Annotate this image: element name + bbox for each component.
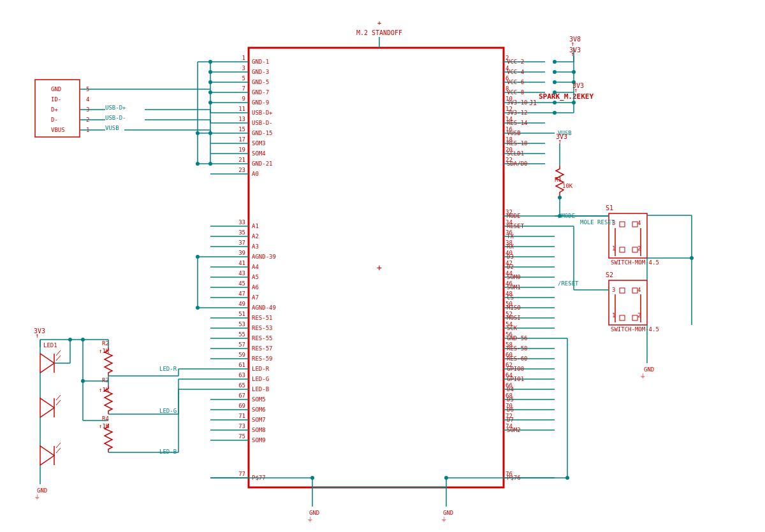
svg-text:SWITCH-MOM-4.5: SWITCH-MOM-4.5: [611, 259, 659, 266]
svg-point-388: [553, 90, 557, 94]
svg-text:GND: GND: [51, 86, 61, 92]
svg-text:39: 39: [238, 250, 245, 256]
svg-text:USB-D+: USB-D+: [252, 110, 273, 116]
svg-text:LED-R: LED-R: [252, 366, 270, 372]
svg-text:4: 4: [638, 220, 641, 226]
svg-point-357: [68, 338, 72, 341]
svg-text:SOM9: SOM9: [252, 437, 266, 443]
svg-text:73: 73: [238, 423, 245, 429]
svg-text:53: 53: [238, 321, 245, 327]
svg-text:36: 36: [506, 229, 513, 236]
svg-text:22: 22: [506, 157, 513, 163]
svg-point-370: [444, 476, 448, 480]
svg-point-386: [553, 70, 557, 74]
svg-text:A4: A4: [252, 264, 259, 270]
svg-text:S1: S1: [606, 205, 613, 212]
svg-text:7: 7: [242, 85, 245, 92]
svg-text:18: 18: [506, 136, 513, 143]
svg-text:46: 46: [506, 280, 513, 287]
svg-text:66: 66: [506, 382, 513, 389]
svg-text:⏚: ⏚: [442, 515, 446, 523]
svg-text:RES-55: RES-55: [252, 335, 273, 341]
svg-point-307: [690, 256, 694, 260]
svg-text:75: 75: [238, 433, 245, 440]
svg-text:GND-21: GND-21: [252, 161, 273, 167]
svg-text:49: 49: [238, 301, 245, 307]
svg-text:⏚: ⏚: [35, 492, 40, 501]
svg-text:4: 4: [506, 65, 509, 71]
svg-text:SOM7: SOM7: [252, 417, 266, 423]
svg-text:56: 56: [506, 331, 513, 338]
svg-text:AGND-49: AGND-49: [252, 305, 276, 311]
svg-text:A5: A5: [252, 274, 259, 280]
svg-point-387: [553, 80, 557, 84]
svg-text:5: 5: [242, 75, 245, 82]
svg-text:19: 19: [238, 147, 245, 153]
svg-rect-267: [620, 222, 625, 227]
svg-text:LED-R: LED-R: [159, 366, 177, 372]
svg-text:1: 1: [242, 55, 245, 61]
svg-point-377: [196, 162, 200, 166]
svg-text:GND-3: GND-3: [252, 69, 269, 75]
svg-text:59: 59: [238, 352, 245, 358]
svg-text:S2: S2: [606, 271, 613, 278]
svg-text:21: 21: [238, 157, 245, 163]
svg-point-354: [81, 379, 85, 383]
svg-point-255: [572, 101, 576, 104]
svg-text:57: 57: [238, 341, 245, 348]
svg-text:3V3: 3V3: [569, 47, 581, 54]
svg-point-367: [310, 476, 314, 480]
svg-text:3V3: 3V3: [34, 327, 45, 334]
svg-text:62: 62: [506, 362, 513, 368]
svg-text:3: 3: [242, 65, 245, 71]
svg-text:3V3: 3V3: [572, 82, 584, 89]
svg-text:23: 23: [238, 167, 245, 173]
svg-rect-292: [620, 315, 625, 320]
svg-text:ID-: ID-: [51, 96, 61, 103]
svg-text:51: 51: [238, 311, 245, 317]
svg-text:54: 54: [506, 321, 513, 327]
svg-text:52: 52: [506, 311, 513, 317]
standoff-text: M.2 STANDOFF: [356, 29, 402, 36]
svg-text:20: 20: [506, 147, 513, 153]
svg-point-380: [196, 306, 200, 310]
svg-text:/RESET: /RESET: [558, 280, 579, 287]
svg-text:R2: R2: [102, 340, 109, 347]
svg-text:LED-B: LED-B: [252, 386, 269, 392]
svg-point-390: [553, 111, 557, 115]
svg-text:SOM6: SOM6: [252, 406, 266, 413]
svg-text:70: 70: [506, 403, 513, 409]
svg-point-379: [196, 255, 200, 259]
svg-text:2: 2: [506, 55, 509, 61]
svg-text:69: 69: [238, 403, 245, 409]
svg-text:40: 40: [506, 250, 513, 256]
svg-text:64: 64: [506, 372, 513, 378]
svg-point-221: [208, 90, 212, 94]
svg-text:15: 15: [238, 126, 245, 133]
svg-text:33: 33: [238, 219, 245, 226]
svg-text:VCC-6: VCC-6: [507, 79, 524, 85]
svg-text:⏚: ⏚: [308, 515, 312, 523]
svg-text:SOM5: SOM5: [252, 396, 266, 403]
svg-text:9: 9: [242, 96, 245, 102]
svg-text:11: 11: [238, 106, 245, 112]
svg-text:GND-9: GND-9: [252, 99, 269, 106]
svg-text:GND-15: GND-15: [252, 130, 273, 136]
svg-text:67: 67: [238, 392, 245, 399]
svg-rect-269: [620, 247, 625, 252]
svg-text:60: 60: [506, 352, 513, 358]
svg-point-373: [208, 60, 212, 64]
svg-point-222: [208, 101, 212, 104]
svg-text:SPARK_M.2EKEY: SPARK_M.2EKEY: [539, 92, 594, 101]
svg-text:74: 74: [506, 423, 513, 429]
standoff-label: +: [377, 19, 382, 27]
svg-text:63: 63: [238, 372, 245, 378]
svg-text:SOM4: SOM4: [252, 150, 266, 157]
svg-text:8: 8: [506, 85, 509, 92]
svg-text:RES-51: RES-51: [252, 315, 273, 321]
svg-text:13: 13: [238, 116, 245, 122]
svg-text:GND: GND: [644, 366, 654, 373]
svg-text:VCC-8: VCC-8: [507, 89, 524, 96]
svg-text:LED-G: LED-G: [252, 376, 269, 382]
svg-rect-290: [620, 288, 625, 293]
